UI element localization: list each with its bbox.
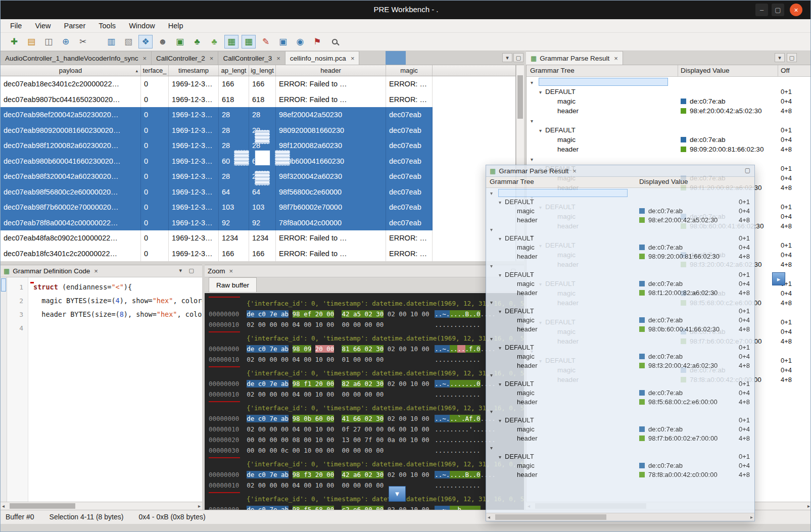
grammar-grid-icon[interactable]: ▦	[224, 35, 238, 49]
dock-float-icon[interactable]: ▢	[787, 53, 797, 62]
tree-node-header[interactable]: header98:f5:68:00:c2:e6:00:004+8	[486, 398, 754, 407]
maximize-button[interactable]: ▢	[772, 4, 784, 16]
tab-CallController_3[interactable]: CallController_3×	[218, 51, 285, 65]
chevron-down-icon[interactable]: ▾	[499, 454, 501, 460]
tree-node-magic[interactable]: magicde:c0:7e:ab0+4	[486, 279, 754, 288]
tab-CallController_2[interactable]: CallController_2×	[152, 51, 218, 65]
hex-line[interactable]: 00000020 00 00 00 00 08 00 10 00 13 00 7…	[209, 434, 524, 445]
minimap-viewport[interactable]	[1, 278, 6, 292]
web-view-icon[interactable]: ◉	[293, 35, 307, 49]
paste-icon[interactable]: ▧	[121, 35, 135, 49]
dock-dropdown-icon[interactable]: ▾	[775, 53, 785, 62]
tree-node-root[interactable]: ▾	[486, 225, 754, 234]
tree-node-magic[interactable]: magicde:c0:7e:ab0+4	[527, 96, 811, 106]
debug-ant-alt-icon[interactable]: ♣	[207, 35, 221, 49]
table-row[interactable]: dec07eab78f8a00042c00000022…01969-12-3…9…	[1, 215, 515, 231]
table-row[interactable]: dec07eab18fc3401c2c20000022…01969-12-3…1…	[1, 246, 515, 262]
code-line[interactable]: magic BYTES(size=(4), show="hex", color=	[33, 294, 202, 308]
close-panel-icon[interactable]: ×	[573, 167, 577, 175]
hex-line[interactable]: 00000000 de c0 7e ab 98 f3 20 00 42 a6 0…	[209, 469, 524, 480]
tab-close-icon[interactable]: ×	[276, 55, 280, 62]
tree-node-default[interactable]: ▾DEFAULT0+1	[486, 234, 754, 243]
tree-node-header[interactable]: header98:ef:20:00:42:a5:02:304+8	[486, 216, 754, 225]
tree-node-header[interactable]: header98:ef:20:00:42:a5:02:304+8	[527, 106, 811, 116]
hex-line[interactable]: 00000010 02 00 00 00 04 00 10 00 01 00 0…	[209, 354, 524, 365]
tree-node-magic[interactable]: magicde:c0:7e:ab0+4	[486, 425, 754, 434]
table-row[interactable]: dec07eab98f56800c2e60000020…01969-12-3…6…	[1, 184, 515, 200]
grammar-grid-alt-icon[interactable]: ▦	[242, 35, 256, 49]
tree-node-header[interactable]: header78:f8:a0:00:42:c0:00:004+8	[486, 470, 754, 479]
table-row[interactable]: dec07eab98f7b60002e70000020…01969-12-3…1…	[1, 200, 515, 215]
tab-raw-buffer[interactable]: Raw buffer	[209, 277, 257, 292]
column-header-ig_lengt[interactable]: ig_lengt	[249, 65, 276, 76]
code-hscrollbar[interactable]: ◂ ▸	[1, 502, 202, 510]
minimize-button[interactable]: –	[755, 4, 768, 16]
scrollbar-thumb[interactable]	[495, 514, 606, 520]
table-row[interactable]: dec07eab98ef200042a50230020…01969-12-3…2…	[1, 107, 515, 123]
menu-view[interactable]: View	[28, 20, 57, 31]
close-panel-icon[interactable]: ×	[229, 267, 233, 275]
tree-node-default[interactable]: ▾DEFAULT0+1	[486, 307, 754, 316]
column-grammar-tree[interactable]: Grammar Tree	[490, 178, 534, 185]
chevron-down-icon[interactable]: ▾	[490, 190, 493, 196]
tree-node-header[interactable]: header98:f1:20:00:82:a6:02:304+8	[486, 288, 754, 298]
parse-selection-icon[interactable]: ❖	[138, 35, 153, 49]
tree-node-magic[interactable]: magicde:c0:7e:ab0+4	[527, 135, 811, 144]
column-header-terface_[interactable]: terface_	[141, 65, 169, 76]
tree-node-header[interactable]: header98:09:20:00:81:66:02:304+8	[527, 144, 811, 154]
menu-parser[interactable]: Parser	[58, 20, 92, 31]
hex-line[interactable]: 00000000 de c0 7e ab 98 09 20 00 81 66 0…	[209, 344, 524, 354]
table-row[interactable]: dec07eab9807bc0441650230020…01969-12-3…6…	[1, 92, 515, 108]
tab-float-icon[interactable]: ▢	[513, 53, 523, 62]
scroll-right-icon[interactable]: ▸	[198, 503, 201, 509]
tree-node-header[interactable]: header98:f7:b6:00:02:e7:00:004+8	[486, 434, 754, 443]
tree-node-magic[interactable]: magicde:c0:7e:ab0+4	[486, 316, 754, 325]
hex-line[interactable]: 00000010 02 00 00 00 04 00 10 00 00 00 0…	[209, 480, 524, 491]
tree-node-root[interactable]: ▾	[486, 443, 754, 452]
cut-icon[interactable]: ✂	[76, 35, 90, 49]
menu-help[interactable]: Help	[162, 20, 190, 31]
new-window-icon[interactable]: ▣	[276, 35, 290, 49]
tree-node-default[interactable]: ▾DEFAULT0+1	[486, 343, 754, 352]
tab-close-icon[interactable]: ×	[614, 55, 618, 62]
menu-tools[interactable]: Tools	[92, 20, 122, 31]
chevron-down-icon[interactable]: ▾	[490, 263, 493, 269]
dock-drop-right-icon[interactable]	[275, 150, 290, 166]
tree-node-default[interactable]: ▾DEFAULT0+1	[527, 87, 811, 96]
screenshot-icon[interactable]: ▣	[173, 35, 187, 49]
chevron-down-icon[interactable]: ▾	[531, 80, 533, 85]
tree-node-magic[interactable]: magicde:c0:7e:ab0+4	[486, 352, 754, 361]
column-header-header[interactable]: header	[276, 65, 386, 76]
run-user-script-icon[interactable]: ☻	[156, 35, 170, 49]
hex-line[interactable]: 00000010 02 00 00 00 04 00 10 00 00 00 0…	[209, 319, 524, 330]
tree-node-default[interactable]: ▾DEFAULT0+1	[486, 416, 754, 425]
code-line[interactable]: header BYTES(size=(8), show="hex", color	[33, 308, 202, 321]
chevron-down-icon[interactable]: ▾	[490, 372, 493, 378]
chevron-down-icon[interactable]: ▾	[490, 227, 493, 232]
save-icon[interactable]: ◫	[41, 35, 56, 49]
tab-cellinfo_nosim.pca[interactable]: cellinfo_nosim.pca×	[285, 51, 360, 65]
tree-node-header[interactable]: header98:f3:20:00:42:a6:02:304+8	[486, 361, 754, 370]
tree-node-magic[interactable]: magicde:c0:7e:ab0+4	[486, 389, 754, 398]
panel-float-icon[interactable]: ▢	[745, 167, 750, 174]
table-row[interactable]: dec07eab48fa8c0902c10000022…01969-12-3…1…	[1, 230, 515, 246]
tree-node-root[interactable]: ▾	[527, 154, 811, 164]
close-button[interactable]: ×	[790, 4, 802, 16]
copy-alt-icon[interactable]: ▥	[104, 35, 118, 49]
scrollbar-thumb[interactable]	[10, 503, 75, 509]
dock-drop-bottom-icon[interactable]	[255, 171, 270, 185]
chevron-down-icon[interactable]: ▾	[539, 89, 542, 95]
tree-node-default[interactable]: ▾DEFAULT0+1	[486, 452, 754, 461]
chevron-down-icon[interactable]: ▾	[539, 128, 542, 133]
scroll-right-icon[interactable]: ▸	[750, 514, 753, 520]
panel-float-icon[interactable]: ▢	[189, 267, 194, 274]
tree-node-magic[interactable]: magicde:c0:7e:ab0+4	[486, 243, 754, 252]
dock-drop-center-icon[interactable]	[255, 150, 270, 166]
debug-ant-icon[interactable]: ♣	[190, 35, 204, 49]
chevron-down-icon[interactable]: ▾	[499, 345, 501, 351]
tab-close-icon[interactable]: ×	[351, 55, 355, 62]
hex-line[interactable]: 00000010 02 00 00 00 04 00 10 00 0f 27 0…	[209, 424, 524, 434]
tree-node-root[interactable]: ▾	[486, 334, 754, 343]
scrollbar-thumb[interactable]	[517, 75, 523, 119]
chevron-down-icon[interactable]: ▾	[490, 336, 493, 342]
